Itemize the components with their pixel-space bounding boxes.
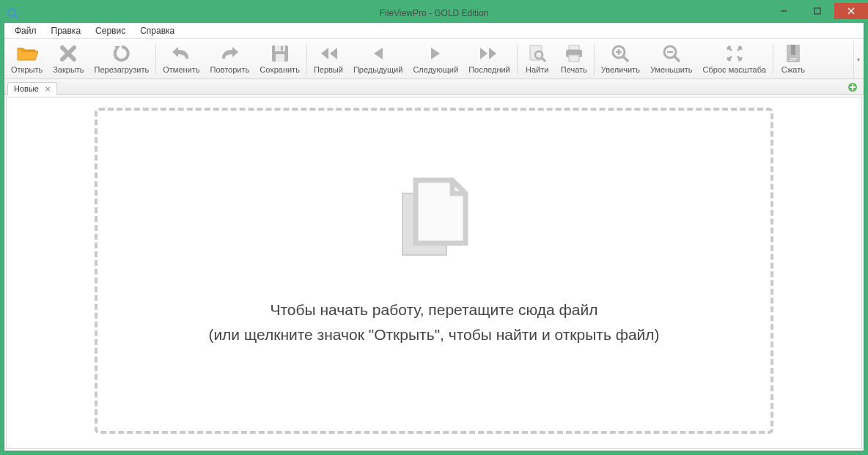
- prev-button[interactable]: Предыдущий: [348, 41, 408, 78]
- next-label: Следующий: [413, 65, 458, 74]
- reload-icon: [111, 43, 133, 64]
- svg-line-12: [542, 58, 545, 62]
- tabbar: Новые ✕: [4, 79, 864, 95]
- tab-new[interactable]: Новые ✕: [7, 82, 57, 95]
- toolbar-overflow[interactable]: ▾: [853, 41, 862, 78]
- svg-line-1: [15, 15, 18, 18]
- window-title: FileViewPro - GOLD Edition: [4, 8, 864, 18]
- undo-icon: [170, 43, 192, 64]
- find-button[interactable]: Найти: [519, 41, 556, 78]
- prev-icon: [367, 43, 389, 64]
- save-button[interactable]: Сохранить: [254, 41, 305, 78]
- separator: [517, 44, 518, 75]
- maximize-button[interactable]: [801, 3, 834, 19]
- svg-rect-13: [569, 45, 579, 50]
- svg-rect-15: [569, 55, 579, 62]
- zoom-in-label: Увеличить: [601, 65, 640, 74]
- tab-close-icon[interactable]: ✕: [45, 85, 51, 93]
- open-button[interactable]: Открыть: [6, 41, 48, 78]
- first-label: Первый: [314, 65, 343, 74]
- zoom-out-icon: [661, 43, 683, 64]
- svg-text:ZIP: ZIP: [790, 57, 796, 62]
- titlebar: FileViewPro - GOLD Edition: [4, 4, 864, 22]
- separator: [594, 44, 595, 75]
- svg-rect-8: [276, 54, 284, 62]
- zoom-reset-button[interactable]: Сброс масштаба: [698, 41, 771, 78]
- documents-icon: [394, 173, 474, 261]
- close-button[interactable]: [834, 3, 868, 19]
- open-label: Открыть: [11, 65, 43, 74]
- tab-label: Новые: [14, 84, 39, 93]
- compress-label: Сжать: [781, 65, 805, 74]
- compress-button[interactable]: ZIP Сжать: [775, 41, 812, 78]
- svg-rect-3: [814, 8, 820, 14]
- add-tab-button[interactable]: [847, 82, 858, 92]
- close-label: Закрыть: [53, 65, 84, 74]
- toolbar: Открыть Закрыть Перезагрузить Отменить: [4, 39, 864, 79]
- find-icon: [526, 43, 548, 64]
- svg-rect-24: [791, 45, 795, 55]
- print-icon: [563, 43, 585, 64]
- reload-label: Перезагрузить: [95, 65, 150, 74]
- next-button[interactable]: Следующий: [408, 41, 463, 78]
- menu-service[interactable]: Сервис: [88, 23, 133, 38]
- save-icon: [269, 43, 291, 64]
- folder-open-icon: [16, 43, 38, 64]
- menubar: Файл Правка Сервис Справка: [4, 23, 864, 39]
- zip-icon: ZIP: [782, 43, 804, 64]
- minimize-button[interactable]: [767, 3, 801, 19]
- redo-button[interactable]: Повторить: [205, 41, 255, 78]
- zoom-in-button[interactable]: Увеличить: [596, 41, 645, 78]
- undo-button[interactable]: Отменить: [158, 41, 205, 78]
- reload-button[interactable]: Перезагрузить: [89, 41, 155, 78]
- app-icon: [7, 7, 18, 19]
- last-icon: [478, 43, 500, 64]
- x-icon: [57, 43, 79, 64]
- zoom-in-icon: [609, 43, 631, 64]
- separator: [773, 44, 773, 75]
- zoom-out-button[interactable]: Уменьшить: [645, 41, 698, 78]
- redo-label: Повторить: [210, 65, 250, 74]
- save-label: Сохранить: [260, 65, 300, 74]
- separator: [155, 44, 156, 75]
- last-label: Последний: [468, 65, 510, 74]
- print-button[interactable]: Печать: [556, 41, 592, 78]
- first-icon: [317, 43, 339, 64]
- dropzone-line2: (или щелкните значок "Открыть", чтобы на…: [208, 322, 659, 347]
- zoom-out-label: Уменьшить: [650, 65, 693, 74]
- zoom-reset-icon: [724, 43, 746, 64]
- last-button[interactable]: Последний: [463, 41, 515, 78]
- drop-zone[interactable]: Чтобы начать работу, перетащите сюда фай…: [95, 108, 773, 434]
- svg-rect-7: [275, 45, 285, 51]
- svg-line-17: [623, 56, 628, 62]
- svg-point-0: [8, 9, 15, 16]
- dropzone-line1: Чтобы начать работу, перетащите сюда фай…: [208, 297, 659, 322]
- redo-icon: [218, 43, 240, 64]
- prev-label: Предыдущий: [353, 65, 402, 74]
- close-file-button[interactable]: Закрыть: [48, 41, 89, 78]
- undo-label: Отменить: [163, 65, 199, 74]
- next-icon: [424, 43, 446, 64]
- workspace: Чтобы начать работу, перетащите сюда фай…: [6, 97, 862, 449]
- print-label: Печать: [561, 65, 587, 74]
- menu-edit[interactable]: Правка: [44, 23, 89, 38]
- menu-help[interactable]: Справка: [133, 23, 182, 38]
- svg-rect-9: [281, 46, 283, 51]
- svg-line-21: [674, 56, 680, 62]
- separator: [306, 44, 307, 75]
- menu-file[interactable]: Файл: [7, 23, 44, 38]
- dropzone-text: Чтобы начать работу, перетащите сюда фай…: [208, 297, 659, 347]
- first-button[interactable]: Первый: [309, 41, 348, 78]
- zoom-reset-label: Сброс масштаба: [703, 65, 766, 74]
- find-label: Найти: [526, 65, 548, 74]
